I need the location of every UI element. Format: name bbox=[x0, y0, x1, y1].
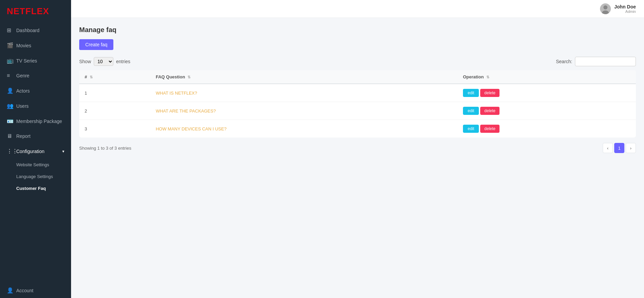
sort-icon-question: ⇅ bbox=[187, 75, 191, 79]
page-1-button[interactable]: 1 bbox=[614, 143, 624, 153]
sidebar-label-actors: Actors bbox=[16, 88, 64, 94]
tvseries-icon: 📺 bbox=[7, 57, 13, 64]
report-icon: 🖥 bbox=[7, 133, 13, 139]
cell-num: 2 bbox=[79, 102, 150, 120]
cell-num: 1 bbox=[79, 84, 150, 102]
users-icon: 👥 bbox=[7, 103, 13, 109]
cell-num: 3 bbox=[79, 120, 150, 138]
user-role: Admin bbox=[614, 9, 636, 14]
genre-icon: ≡ bbox=[7, 73, 13, 79]
dashboard-icon: ⊞ bbox=[7, 27, 13, 33]
table-footer: Showing 1 to 3 of 3 entries ‹ 1 › bbox=[79, 143, 636, 153]
col-header-num: # ⇅ bbox=[79, 70, 150, 84]
col-header-operation: Operation ⇅ bbox=[458, 70, 636, 84]
sidebar-item-users[interactable]: 👥 Users bbox=[0, 98, 71, 114]
sidebar-item-report[interactable]: 🖥 Report bbox=[0, 129, 71, 144]
movies-icon: 🎬 bbox=[7, 42, 13, 49]
sidebar-item-account[interactable]: 👤 Account bbox=[0, 283, 71, 298]
col-header-question: FAQ Question ⇅ bbox=[150, 70, 458, 84]
cell-operation: editdelete bbox=[458, 102, 636, 120]
sort-icon-operation: ⇅ bbox=[486, 75, 489, 79]
delete-button[interactable]: delete bbox=[480, 125, 499, 133]
sidebar-item-tvseries[interactable]: 📺 TV Series bbox=[0, 53, 71, 68]
page-title: Manage faq bbox=[79, 26, 636, 34]
sidebar-label-movies: Movies bbox=[16, 43, 64, 48]
topbar: John Doe Admin bbox=[71, 0, 644, 18]
cell-operation: editdelete bbox=[458, 84, 636, 102]
table-row: 1WHAT IS NETFLEX?editdelete bbox=[79, 84, 636, 102]
website-settings-label: Website Settings bbox=[16, 162, 49, 167]
sidebar-item-genre[interactable]: ≡ Genre bbox=[0, 68, 71, 83]
sidebar: NETFLEX ⊞ Dashboard 🎬 Movies 📺 TV Series… bbox=[0, 0, 71, 298]
sort-icon-num: ⇅ bbox=[90, 75, 93, 79]
user-info: John Doe Admin bbox=[614, 4, 636, 14]
sidebar-label-tvseries: TV Series bbox=[16, 58, 64, 64]
table-row: 3HOW MANY DEVICES CAN I USE?editdelete bbox=[79, 120, 636, 138]
search-box: Search: bbox=[556, 57, 636, 66]
table-header-row: # ⇅ FAQ Question ⇅ Operation ⇅ bbox=[79, 70, 636, 84]
sidebar-item-language-settings[interactable]: Language Settings bbox=[0, 171, 71, 182]
sidebar-label-genre: Genre bbox=[16, 73, 64, 78]
sidebar-item-movies[interactable]: 🎬 Movies bbox=[0, 38, 71, 53]
create-faq-button[interactable]: Create faq bbox=[79, 39, 113, 50]
delete-button[interactable]: delete bbox=[480, 89, 499, 97]
actors-icon: 👤 bbox=[7, 88, 13, 94]
entries-select[interactable]: 10 25 50 100 bbox=[94, 57, 113, 66]
show-entries: Show 10 25 50 100 entries bbox=[79, 57, 130, 66]
sidebar-item-dashboard[interactable]: ⊞ Dashboard bbox=[0, 23, 71, 38]
cell-question: WHAT IS NETFLEX? bbox=[150, 84, 458, 102]
user-name: John Doe bbox=[614, 4, 636, 9]
prev-page-button[interactable]: ‹ bbox=[603, 143, 613, 153]
pagination: ‹ 1 › bbox=[603, 143, 636, 153]
cell-question: HOW MANY DEVICES CAN I USE? bbox=[150, 120, 458, 138]
faq-table: # ⇅ FAQ Question ⇅ Operation ⇅ 1WHAT IS … bbox=[79, 70, 636, 138]
logo: NETFLEX bbox=[0, 0, 71, 23]
account-icon: 👤 bbox=[7, 287, 13, 294]
table-row: 2WHAT ARE THE PACKAGES?editdelete bbox=[79, 102, 636, 120]
sidebar-item-configuration[interactable]: ⋮⋮ Configuration ▾ bbox=[0, 144, 71, 159]
sidebar-item-actors[interactable]: 👤 Actors bbox=[0, 83, 71, 98]
sidebar-label-membership: Membership Package bbox=[16, 119, 64, 124]
edit-button[interactable]: edit bbox=[463, 89, 479, 97]
svg-point-1 bbox=[603, 5, 607, 9]
cell-operation: editdelete bbox=[458, 120, 636, 138]
cell-question: WHAT ARE THE PACKAGES? bbox=[150, 102, 458, 120]
main-content: John Doe Admin Manage faq Create faq Sho… bbox=[71, 0, 644, 298]
sidebar-label-users: Users bbox=[16, 103, 64, 109]
delete-button[interactable]: delete bbox=[480, 107, 499, 115]
entries-label: entries bbox=[116, 59, 130, 64]
showing-text: Showing 1 to 3 of 3 entries bbox=[79, 146, 131, 151]
chevron-down-icon: ▾ bbox=[62, 149, 64, 154]
next-page-button[interactable]: › bbox=[626, 143, 636, 153]
sidebar-label-report: Report bbox=[16, 133, 64, 139]
edit-button[interactable]: edit bbox=[463, 107, 479, 115]
edit-button[interactable]: edit bbox=[463, 125, 479, 133]
search-label: Search: bbox=[556, 59, 572, 64]
language-settings-label: Language Settings bbox=[16, 174, 53, 179]
sidebar-label-configuration: Configuration bbox=[16, 149, 59, 154]
sidebar-label-dashboard: Dashboard bbox=[16, 28, 64, 33]
sidebar-item-membership[interactable]: 🪪 Membership Package bbox=[0, 114, 71, 129]
configuration-icon: ⋮⋮ bbox=[7, 148, 13, 154]
customer-faq-label: Customer Faq bbox=[16, 186, 46, 191]
avatar bbox=[600, 3, 611, 14]
sidebar-item-customer-faq[interactable]: Customer Faq bbox=[0, 182, 71, 194]
sidebar-label-account: Account bbox=[16, 288, 64, 293]
sidebar-item-website-settings[interactable]: Website Settings bbox=[0, 159, 71, 171]
search-input[interactable] bbox=[575, 57, 636, 66]
table-controls: Show 10 25 50 100 entries Search: bbox=[79, 57, 636, 66]
content-area: Manage faq Create faq Show 10 25 50 100 … bbox=[71, 18, 644, 298]
show-label: Show bbox=[79, 59, 91, 64]
membership-icon: 🪪 bbox=[7, 118, 13, 124]
